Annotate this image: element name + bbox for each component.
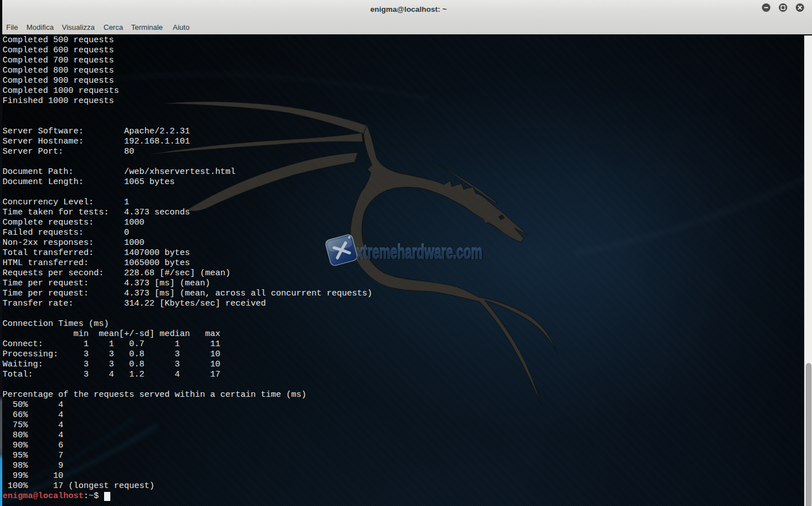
svg-text:xtremehardware.com: xtremehardware.com bbox=[356, 241, 482, 262]
